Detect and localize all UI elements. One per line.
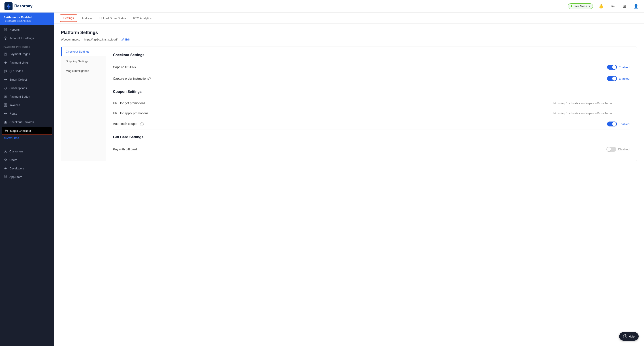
pay-gift-card-status: Disabled (618, 148, 630, 151)
sidebar-item-customers[interactable]: Customers (0, 147, 54, 156)
capture-order-instructions-row: Capture order instructions? Enabled (113, 73, 630, 84)
sidebar-item-route[interactable]: Route (0, 109, 54, 118)
settings-nav-checkout[interactable]: Checkout Settings (61, 47, 106, 56)
payment-pages-icon (4, 52, 7, 56)
auto-fetch-coupon-label: Auto fetch coupon i (113, 122, 144, 126)
payment-button-label: Payment Button (10, 95, 30, 98)
platform-name: Woocommerce (61, 38, 80, 41)
auto-fetch-coupon-toggle-wrapper: Enabled (607, 122, 630, 126)
sidebar-divider (0, 145, 54, 145)
sidebar-item-smart-collect[interactable]: Smart Collect (0, 75, 54, 84)
capture-gstin-row: Capture GSTIN? Enabled (113, 62, 630, 73)
capture-order-instructions-track (607, 76, 617, 81)
help-label: Help (628, 335, 634, 338)
pay-gift-card-toggle-wrapper: Disabled (606, 147, 630, 152)
edit-icon (121, 38, 124, 41)
checkout-settings-title: Checkout Settings (113, 53, 630, 57)
pay-gift-card-label: Pay with gift card (113, 148, 137, 151)
help-button[interactable]: ? Help (619, 332, 639, 341)
edit-link[interactable]: Edit (121, 38, 130, 41)
sidebar-item-qr-codes[interactable]: QR Codes (0, 67, 54, 75)
url-get-promotions-row: URL for get promotions (113, 98, 630, 108)
offers-label: Offers (10, 158, 17, 162)
account-settings-label: Account & Settings (10, 36, 34, 40)
svg-rect-13 (6, 70, 6, 70)
tab-address[interactable]: Address (78, 13, 96, 24)
profile-button[interactable]: 👤 (632, 3, 640, 10)
sidebar-item-app-store[interactable]: App Store (0, 172, 54, 181)
capture-gstin-track (607, 65, 617, 70)
customers-icon (4, 150, 7, 153)
tabs-bar: Settings Address Upload Order Status RTO… (54, 12, 644, 24)
svg-rect-14 (4, 72, 5, 72)
auto-fetch-coupon-thumb (612, 122, 616, 126)
settings-layout: Checkout Settings Shipping Settings Magi… (61, 46, 637, 161)
app-store-label: App Store (10, 175, 22, 178)
sidebar-item-payment-pages[interactable]: Payment Pages (0, 50, 54, 58)
tab-rto-analytics[interactable]: RTO Analytics (130, 13, 155, 24)
auto-fetch-coupon-track (607, 122, 617, 126)
url-apply-promotions-input[interactable] (553, 112, 630, 115)
settlements-title: Settlements Enabled (4, 16, 32, 19)
sidebar-item-invoices[interactable]: Invoices (0, 101, 54, 109)
settings-icon (4, 36, 7, 40)
capture-order-instructions-toggle[interactable] (607, 76, 617, 81)
tab-settings[interactable]: Settings (60, 14, 77, 22)
settings-nav: Checkout Settings Shipping Settings Magi… (61, 47, 106, 161)
sidebar-item-reports[interactable]: Reports (0, 25, 54, 34)
developers-icon (4, 166, 7, 170)
gift-card-settings-title: Gift Card Settings (113, 135, 630, 139)
settings-nav-shipping[interactable]: Shipping Settings (61, 56, 106, 66)
svg-point-28 (5, 131, 6, 131)
main-layout: Settlements Enabled Personalise your Acc… (0, 12, 644, 346)
svg-rect-32 (4, 177, 5, 178)
activity-button[interactable] (609, 3, 616, 10)
settlements-banner[interactable]: Settlements Enabled Personalise your Acc… (0, 12, 54, 25)
url-get-promotions-input[interactable] (553, 102, 630, 105)
live-dot (570, 5, 572, 7)
svg-rect-12 (4, 70, 5, 70)
svg-rect-31 (6, 176, 7, 177)
checkout-rewards-label: Checkout Rewards (10, 120, 34, 124)
payment-products-label: PAYMENT PRODUCTS (0, 42, 54, 50)
razorpay-logo-icon (4, 2, 12, 10)
activity-icon (610, 4, 615, 8)
capture-gstin-toggle[interactable] (607, 65, 617, 70)
subscriptions-label: Subscriptions (10, 86, 27, 90)
sidebar-item-magic-checkout[interactable]: Magic Checkout (2, 127, 52, 135)
sidebar-item-offers[interactable]: Offers (0, 156, 54, 164)
sidebar-item-payment-links[interactable]: Payment Links (0, 58, 54, 67)
platform-settings-title: Platform Settings (61, 30, 637, 35)
capture-gstin-thumb (612, 65, 616, 69)
platform-url: https://rzp1cc.knsta.cloud/ (84, 38, 118, 41)
svg-rect-30 (4, 176, 5, 177)
settlements-arrow: → (46, 17, 50, 21)
show-less-button[interactable]: SHOW LESS (0, 135, 54, 143)
payment-links-icon (4, 61, 7, 64)
pay-gift-card-toggle[interactable] (606, 147, 616, 152)
sidebar-item-developers[interactable]: Developers (0, 164, 54, 172)
auto-fetch-coupon-toggle[interactable] (607, 122, 617, 126)
live-mode-chevron: ▾ (588, 4, 590, 8)
svg-point-29 (5, 150, 6, 151)
pay-gift-card-thumb (607, 147, 611, 151)
content-area: Settings Address Upload Order Status RTO… (54, 12, 644, 346)
sidebar-item-account-settings[interactable]: Account & Settings (0, 34, 54, 42)
auto-fetch-coupon-info-icon[interactable]: i (140, 122, 144, 126)
qr-codes-icon (4, 69, 7, 73)
grid-button[interactable]: ⊞ (621, 3, 628, 10)
help-question-icon: ? (623, 334, 627, 338)
sidebar-item-payment-button[interactable]: Payment Button (0, 92, 54, 101)
live-mode-badge[interactable]: Live Mode ▾ (568, 3, 593, 9)
developers-label: Developers (10, 167, 24, 170)
smart-collect-label: Smart Collect (10, 78, 27, 81)
notifications-button[interactable]: 🔔 (598, 3, 604, 10)
sidebar-item-subscriptions[interactable]: Subscriptions (0, 84, 54, 92)
sidebar-item-checkout-rewards[interactable]: Checkout Rewards (0, 118, 54, 126)
customers-label: Customers (10, 150, 24, 153)
tab-upload-order-status[interactable]: Upload Order Status (96, 13, 130, 24)
payment-button-icon (4, 95, 7, 98)
offers-icon (4, 158, 7, 162)
pay-gift-card-row: Pay with gift card Disabled (113, 144, 630, 155)
settings-nav-magic-intelligence[interactable]: Magic Intelligence (61, 66, 106, 76)
